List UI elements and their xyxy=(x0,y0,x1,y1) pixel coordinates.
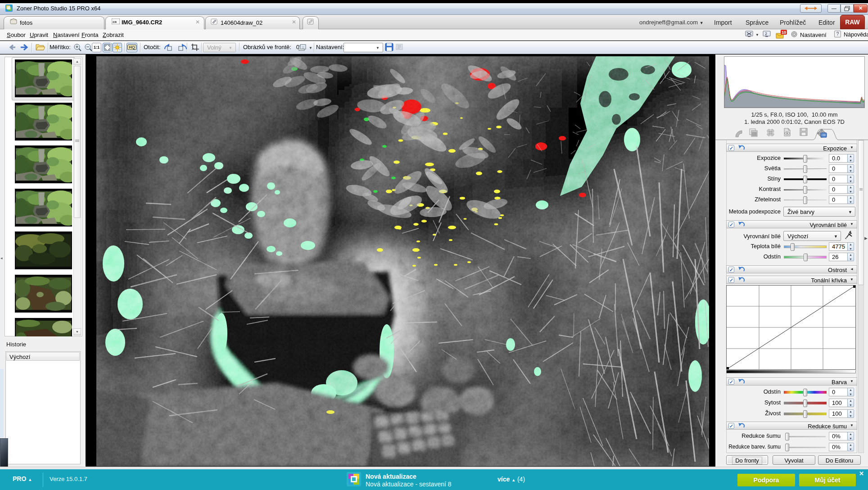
svg-text:10: 10 xyxy=(782,30,786,35)
svg-text:ᴄʀ: ᴄʀ xyxy=(113,20,117,24)
svg-text:2: 2 xyxy=(765,32,767,36)
